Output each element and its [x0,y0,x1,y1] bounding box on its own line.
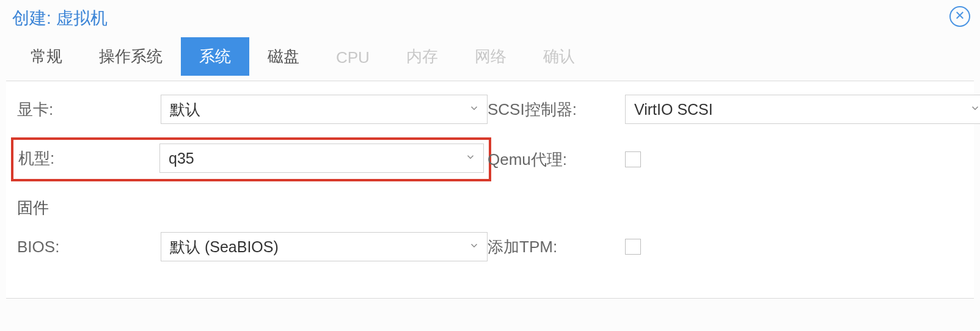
add-tpm-label: 添加TPM: [488,236,625,258]
machine-highlight: 机型: q35 [11,137,491,181]
bios-value: 默认 (SeaBIOS) [170,237,279,257]
chevron-down-icon [970,103,980,116]
dialog-title: 创建: 虚拟机 [12,7,108,30]
field-bios: BIOS: 默认 (SeaBIOS) [17,232,488,261]
tab-disk[interactable]: 磁盘 [249,37,318,76]
tab-confirm: 确认 [525,37,593,76]
machine-value: q35 [169,150,194,167]
field-qemu-agent: Qemu代理: [488,149,980,170]
graphics-label: 显卡: [17,99,161,120]
tab-general[interactable]: 常规 [12,37,81,76]
tab-memory: 内存 [388,37,456,76]
add-tpm-checkbox[interactable] [625,239,641,255]
title-bar: 创建: 虚拟机 [0,0,980,37]
firmware-section-header: 固件 [17,195,980,219]
scsi-controller-value: VirtIO SCSI [634,101,713,118]
wizard-tabs: 常规 操作系统 系统 磁盘 CPU 内存 网络 确认 [0,37,980,76]
tab-cpu: CPU [318,40,388,76]
tab-network: 网络 [456,37,525,76]
graphics-select[interactable]: 默认 [161,95,488,124]
chevron-down-icon [469,103,480,116]
machine-select[interactable]: q35 [159,144,484,173]
close-icon [954,10,965,23]
scsi-controller-label: SCSI控制器: [488,99,625,120]
graphics-value: 默认 [170,100,200,120]
bios-label: BIOS: [17,238,161,256]
tab-system[interactable]: 系统 [181,37,249,76]
field-machine: 机型: q35 [18,144,484,173]
scsi-controller-select[interactable]: VirtIO SCSI [625,95,980,124]
create-vm-dialog: 创建: 虚拟机 常规 操作系统 系统 磁盘 CPU 内存 网络 确认 显卡: 默… [0,0,980,331]
qemu-agent-checkbox[interactable] [625,151,641,167]
tab-os[interactable]: 操作系统 [81,37,181,76]
field-scsi-controller: SCSI控制器: VirtIO SCSI [488,95,980,124]
machine-label: 机型: [18,148,159,169]
bios-select[interactable]: 默认 (SeaBIOS) [161,232,488,261]
field-graphics: 显卡: 默认 [17,95,488,124]
field-add-tpm: 添加TPM: [488,236,980,258]
chevron-down-icon [465,151,476,165]
qemu-agent-label: Qemu代理: [488,149,625,170]
chevron-down-icon [469,240,480,253]
close-button[interactable] [949,6,970,27]
system-panel: 显卡: 默认 SCSI控制器: VirtIO SCSI [6,81,974,299]
